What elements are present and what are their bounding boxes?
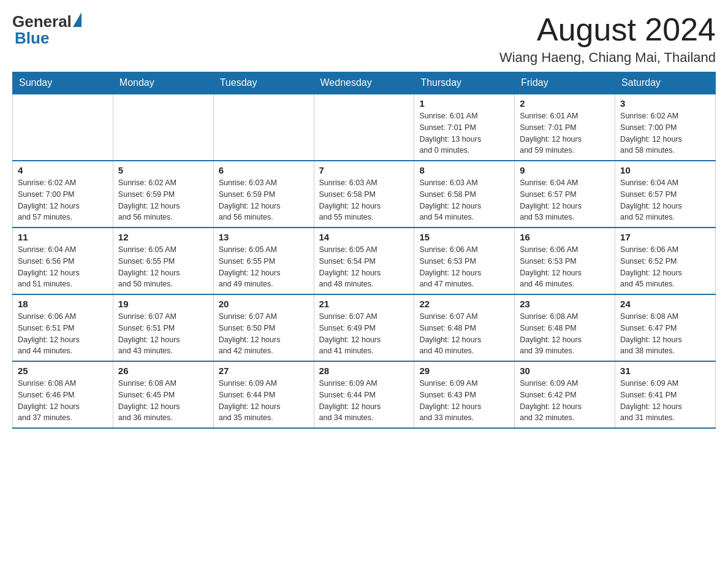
day-info: Sunrise: 6:01 AM Sunset: 7:01 PM Dayligh… bbox=[520, 110, 610, 156]
day-info: Sunrise: 6:09 AM Sunset: 6:42 PM Dayligh… bbox=[520, 378, 610, 424]
day-number: 15 bbox=[419, 232, 509, 242]
day-info: Sunrise: 6:06 AM Sunset: 6:51 PM Dayligh… bbox=[18, 311, 108, 357]
day-info: Sunrise: 6:02 AM Sunset: 7:00 PM Dayligh… bbox=[620, 110, 710, 156]
calendar-cell: 28Sunrise: 6:09 AM Sunset: 6:44 PM Dayli… bbox=[314, 361, 414, 428]
calendar-header-row: SundayMondayTuesdayWednesdayThursdayFrid… bbox=[13, 72, 716, 94]
calendar-cell: 4Sunrise: 6:02 AM Sunset: 7:00 PM Daylig… bbox=[13, 161, 113, 228]
calendar-cell: 26Sunrise: 6:08 AM Sunset: 6:45 PM Dayli… bbox=[113, 361, 213, 428]
day-number: 21 bbox=[319, 299, 409, 309]
day-number: 10 bbox=[620, 165, 710, 175]
calendar-cell: 19Sunrise: 6:07 AM Sunset: 6:51 PM Dayli… bbox=[113, 294, 213, 361]
day-number: 25 bbox=[18, 366, 108, 376]
day-info: Sunrise: 6:09 AM Sunset: 6:44 PM Dayligh… bbox=[219, 378, 309, 424]
calendar-cell: 25Sunrise: 6:08 AM Sunset: 6:46 PM Dayli… bbox=[13, 361, 113, 428]
day-number: 2 bbox=[520, 98, 610, 109]
day-info: Sunrise: 6:05 AM Sunset: 6:54 PM Dayligh… bbox=[319, 244, 409, 290]
calendar-week-row: 4Sunrise: 6:02 AM Sunset: 7:00 PM Daylig… bbox=[13, 161, 716, 228]
day-number: 4 bbox=[18, 165, 108, 175]
calendar-week-row: 25Sunrise: 6:08 AM Sunset: 6:46 PM Dayli… bbox=[13, 361, 716, 428]
day-number: 17 bbox=[620, 232, 710, 242]
day-number: 5 bbox=[118, 165, 208, 175]
calendar-day-header: Monday bbox=[113, 72, 213, 94]
month-title: August 2024 bbox=[499, 12, 716, 47]
day-number: 3 bbox=[620, 98, 710, 109]
day-number: 27 bbox=[219, 366, 309, 376]
title-area: August 2024 Wiang Haeng, Chiang Mai, Tha… bbox=[499, 12, 716, 66]
calendar-cell: 14Sunrise: 6:05 AM Sunset: 6:54 PM Dayli… bbox=[314, 228, 414, 294]
logo-blue-text: Blue bbox=[15, 29, 49, 48]
day-info: Sunrise: 6:07 AM Sunset: 6:51 PM Dayligh… bbox=[118, 311, 208, 357]
calendar-day-header: Saturday bbox=[615, 72, 716, 94]
day-info: Sunrise: 6:09 AM Sunset: 6:43 PM Dayligh… bbox=[419, 378, 509, 424]
day-info: Sunrise: 6:01 AM Sunset: 7:01 PM Dayligh… bbox=[419, 110, 509, 156]
calendar-cell: 10Sunrise: 6:04 AM Sunset: 6:57 PM Dayli… bbox=[615, 161, 716, 228]
day-number: 24 bbox=[620, 299, 710, 309]
day-number: 11 bbox=[18, 232, 108, 242]
calendar-cell: 5Sunrise: 6:02 AM Sunset: 6:59 PM Daylig… bbox=[113, 161, 213, 228]
day-info: Sunrise: 6:08 AM Sunset: 6:46 PM Dayligh… bbox=[18, 378, 108, 424]
day-number: 29 bbox=[419, 366, 509, 376]
day-number: 16 bbox=[520, 232, 610, 242]
day-number: 30 bbox=[520, 366, 610, 376]
day-info: Sunrise: 6:06 AM Sunset: 6:52 PM Dayligh… bbox=[620, 244, 710, 290]
calendar-day-header: Wednesday bbox=[314, 72, 414, 94]
day-number: 13 bbox=[219, 232, 309, 242]
calendar-cell: 18Sunrise: 6:06 AM Sunset: 6:51 PM Dayli… bbox=[13, 294, 113, 361]
day-number: 8 bbox=[419, 165, 509, 175]
calendar-table: SundayMondayTuesdayWednesdayThursdayFrid… bbox=[12, 72, 716, 429]
calendar-cell: 24Sunrise: 6:08 AM Sunset: 6:47 PM Dayli… bbox=[615, 294, 716, 361]
day-number: 31 bbox=[620, 366, 710, 376]
day-info: Sunrise: 6:03 AM Sunset: 6:58 PM Dayligh… bbox=[419, 177, 509, 223]
day-info: Sunrise: 6:07 AM Sunset: 6:48 PM Dayligh… bbox=[419, 311, 509, 357]
calendar-day-header: Thursday bbox=[414, 72, 515, 94]
calendar-cell: 27Sunrise: 6:09 AM Sunset: 6:44 PM Dayli… bbox=[213, 361, 314, 428]
day-number: 28 bbox=[319, 366, 409, 376]
day-info: Sunrise: 6:03 AM Sunset: 6:59 PM Dayligh… bbox=[219, 177, 309, 223]
day-number: 20 bbox=[219, 299, 309, 309]
calendar-cell: 9Sunrise: 6:04 AM Sunset: 6:57 PM Daylig… bbox=[515, 161, 615, 228]
calendar-cell: 21Sunrise: 6:07 AM Sunset: 6:49 PM Dayli… bbox=[314, 294, 414, 361]
day-number: 1 bbox=[419, 98, 509, 109]
day-info: Sunrise: 6:04 AM Sunset: 6:57 PM Dayligh… bbox=[620, 177, 710, 223]
day-info: Sunrise: 6:06 AM Sunset: 6:53 PM Dayligh… bbox=[520, 244, 610, 290]
day-number: 9 bbox=[520, 165, 610, 175]
day-info: Sunrise: 6:09 AM Sunset: 6:44 PM Dayligh… bbox=[319, 378, 409, 424]
day-info: Sunrise: 6:07 AM Sunset: 6:49 PM Dayligh… bbox=[319, 311, 409, 357]
day-info: Sunrise: 6:07 AM Sunset: 6:50 PM Dayligh… bbox=[219, 311, 309, 357]
day-info: Sunrise: 6:05 AM Sunset: 6:55 PM Dayligh… bbox=[219, 244, 309, 290]
day-info: Sunrise: 6:04 AM Sunset: 6:57 PM Dayligh… bbox=[520, 177, 610, 223]
calendar-day-header: Sunday bbox=[13, 72, 113, 94]
calendar-cell: 23Sunrise: 6:08 AM Sunset: 6:48 PM Dayli… bbox=[515, 294, 615, 361]
calendar-cell: 15Sunrise: 6:06 AM Sunset: 6:53 PM Dayli… bbox=[414, 228, 515, 294]
page-header: General Blue August 2024 Wiang Haeng, Ch… bbox=[12, 12, 716, 66]
day-number: 19 bbox=[118, 299, 208, 309]
day-info: Sunrise: 6:06 AM Sunset: 6:53 PM Dayligh… bbox=[419, 244, 509, 290]
day-number: 6 bbox=[219, 165, 309, 175]
day-number: 26 bbox=[118, 366, 208, 376]
calendar-cell: 30Sunrise: 6:09 AM Sunset: 6:42 PM Dayli… bbox=[515, 361, 615, 428]
day-info: Sunrise: 6:03 AM Sunset: 6:58 PM Dayligh… bbox=[319, 177, 409, 223]
day-info: Sunrise: 6:08 AM Sunset: 6:45 PM Dayligh… bbox=[118, 378, 208, 424]
calendar-cell: 11Sunrise: 6:04 AM Sunset: 6:56 PM Dayli… bbox=[13, 228, 113, 294]
day-info: Sunrise: 6:08 AM Sunset: 6:47 PM Dayligh… bbox=[620, 311, 710, 357]
calendar-week-row: 18Sunrise: 6:06 AM Sunset: 6:51 PM Dayli… bbox=[13, 294, 716, 361]
day-number: 12 bbox=[118, 232, 208, 242]
calendar-cell: 22Sunrise: 6:07 AM Sunset: 6:48 PM Dayli… bbox=[414, 294, 515, 361]
calendar-cell: 17Sunrise: 6:06 AM Sunset: 6:52 PM Dayli… bbox=[615, 228, 716, 294]
logo: General Blue bbox=[12, 12, 80, 48]
calendar-cell: 7Sunrise: 6:03 AM Sunset: 6:58 PM Daylig… bbox=[314, 161, 414, 228]
calendar-day-header: Friday bbox=[515, 72, 615, 94]
calendar-cell: 29Sunrise: 6:09 AM Sunset: 6:43 PM Dayli… bbox=[414, 361, 515, 428]
logo-triangle-icon bbox=[73, 12, 82, 27]
calendar-cell: 8Sunrise: 6:03 AM Sunset: 6:58 PM Daylig… bbox=[414, 161, 515, 228]
day-number: 18 bbox=[18, 299, 108, 309]
location-title: Wiang Haeng, Chiang Mai, Thailand bbox=[499, 50, 716, 66]
day-number: 23 bbox=[520, 299, 610, 309]
calendar-week-row: 11Sunrise: 6:04 AM Sunset: 6:56 PM Dayli… bbox=[13, 228, 716, 294]
calendar-cell: 13Sunrise: 6:05 AM Sunset: 6:55 PM Dayli… bbox=[213, 228, 314, 294]
calendar-day-header: Tuesday bbox=[213, 72, 314, 94]
day-number: 14 bbox=[319, 232, 409, 242]
day-number: 22 bbox=[419, 299, 509, 309]
day-info: Sunrise: 6:08 AM Sunset: 6:48 PM Dayligh… bbox=[520, 311, 610, 357]
calendar-cell: 31Sunrise: 6:09 AM Sunset: 6:41 PM Dayli… bbox=[615, 361, 716, 428]
